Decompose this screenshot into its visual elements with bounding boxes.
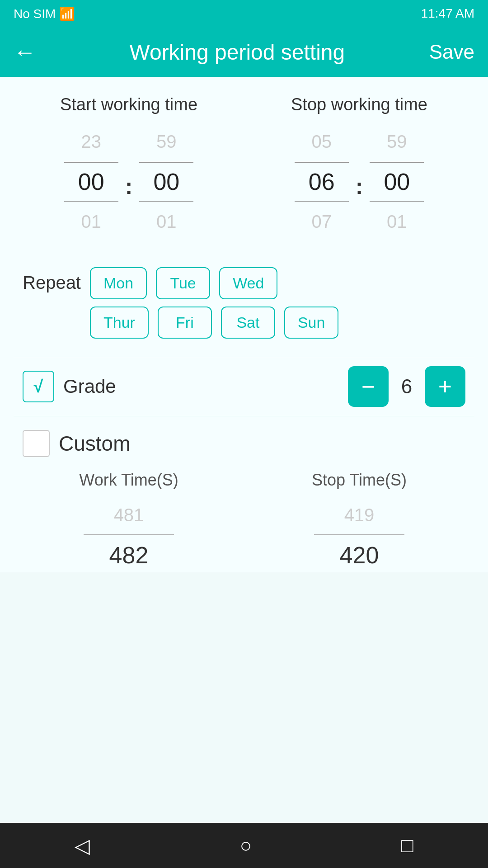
stop-hour-divider-bottom [295,201,349,202]
start-hour-scroll[interactable]: 23 00 01 [64,123,118,240]
grade-section: √ Grade − 6 + [14,357,474,416]
stop-hour-current: 06 [309,165,335,199]
start-time-label: Start working time [14,95,244,114]
stop-time-picker: 05 06 07 : 59 00 01 [244,123,474,240]
repeat-label: Repeat [23,273,81,293]
status-right: 11:47 AM [421,6,474,21]
start-hour-current: 00 [78,165,104,199]
repeat-row-1: Mon Tue Wed [90,267,465,299]
start-hour-above: 23 [81,123,101,160]
start-hour-divider-bottom [64,201,118,202]
stop-hour-below: 07 [311,203,332,240]
stop-minute-divider-top [370,162,424,163]
stop-hour-above: 05 [311,123,332,160]
stop-time-above: 419 [344,499,375,532]
stop-time-current: 420 [340,538,379,572]
header: ← Working period setting Save [0,27,488,77]
save-button[interactable]: Save [429,41,474,63]
custom-checkbox[interactable] [23,430,50,457]
start-minute-divider-top [139,162,193,163]
day-sun[interactable]: Sun [284,307,339,339]
stop-minute-divider-bottom [370,201,424,202]
nav-home-icon[interactable]: ○ [239,834,252,857]
day-thur[interactable]: Thur [90,307,149,339]
day-wed[interactable]: Wed [219,267,277,299]
repeat-row-2: Thur Fri Sat Sun [90,307,465,339]
start-hour-below: 01 [81,203,101,240]
start-minute-scroll[interactable]: 59 00 01 [139,123,193,240]
work-time-label: Work Time(S) [14,471,244,490]
status-left: No SIM 📶 [14,6,75,21]
page-title: Working period setting [45,40,429,65]
stop-minute-above: 59 [387,123,407,160]
nav-back-icon[interactable]: ◁ [75,834,90,857]
start-time-picker: 23 00 01 : 59 00 01 [14,123,244,240]
stop-minute-below: 01 [387,203,407,240]
grade-minus-button[interactable]: − [348,366,389,407]
repeat-days: Mon Tue Wed Thur Fri Sat Sun [90,267,465,339]
stop-time-label-2: Stop Time(S) [244,471,474,490]
stop-time-col[interactable]: 419 420 [244,499,474,572]
work-stop-values: 481 482 419 420 [14,499,474,572]
time-pickers: 23 00 01 : 59 00 01 05 06 07 [14,123,474,240]
start-minute-divider-bottom [139,201,193,202]
custom-section: Custom [14,416,474,466]
stop-minute-current: 00 [384,165,410,199]
start-minute-below: 01 [156,203,177,240]
day-fri[interactable]: Fri [158,307,212,339]
nav-recent-icon[interactable]: □ [401,834,413,857]
start-hour-divider-top [64,162,118,163]
repeat-section: Repeat Mon Tue Wed Thur Fri Sat Sun [14,249,474,357]
back-button[interactable]: ← [14,41,36,63]
custom-label: Custom [59,431,130,456]
day-mon[interactable]: Mon [90,267,147,299]
work-stop-header: Work Time(S) Stop Time(S) [14,466,474,499]
grade-label: Grade [63,376,348,397]
status-bar: No SIM 📶 11:47 AM [0,0,488,27]
start-minute-above: 59 [156,123,177,160]
work-time-above: 481 [114,499,144,532]
stop-time-label: Stop working time [244,95,474,114]
day-sat[interactable]: Sat [221,307,275,339]
day-tue[interactable]: Tue [156,267,210,299]
work-divider [84,534,174,535]
start-colon: : [125,164,133,199]
work-time-current: 482 [109,538,149,572]
start-minute-current: 00 [153,165,179,199]
stop-hour-divider-top [295,162,349,163]
stop-minute-scroll[interactable]: 59 00 01 [370,123,424,240]
nav-bar: ◁ ○ □ [0,823,488,868]
grade-symbol: √ [34,377,43,396]
time-headers: Start working time Stop working time [14,77,474,123]
stop-divider [314,534,404,535]
stop-hour-scroll[interactable]: 05 06 07 [295,123,349,240]
main-content: Start working time Stop working time 23 … [0,77,488,572]
grade-controls: − 6 + [348,366,465,407]
work-time-col[interactable]: 481 482 [14,499,244,572]
grade-icon: √ [23,371,54,402]
stop-colon: : [356,164,363,199]
grade-plus-button[interactable]: + [425,366,465,407]
grade-value: 6 [398,375,416,398]
